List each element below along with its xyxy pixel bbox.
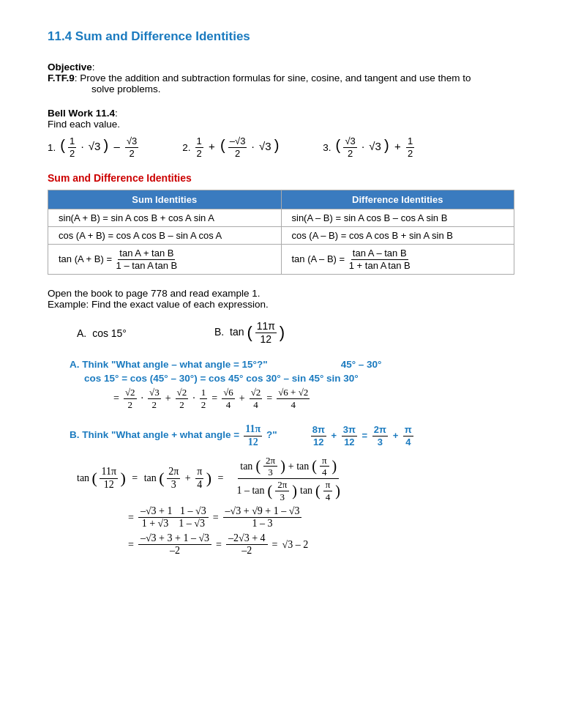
sol-b-question: ?"	[266, 429, 277, 440]
ftf-text: : Prove the addition and subtraction for…	[75, 73, 471, 83]
bellwork-problems: 1. ( 12 · √3 ) – √32 2. 12 + ( –√32 · √3	[48, 135, 514, 159]
frac-1-2-c: 12	[406, 135, 414, 159]
identities-section: Sum and Difference Identities Sum Identi…	[48, 172, 514, 275]
example-a: A. cos 15°	[77, 327, 127, 339]
page-title: 11.4 Sum and Difference Identities	[48, 29, 514, 44]
diff-tan-frac: tan A – tan B 1 + tan A tan B	[348, 248, 412, 271]
sol-b-angle-note: 8π12 + 3π12 = 2π3 + π4	[311, 424, 413, 447]
examples-row: A. cos 15° B. tan ( 11π 12 )	[77, 320, 514, 346]
frac-1-2-d: 12	[200, 387, 208, 410]
sol-a-header-row: A. Think "What angle – what angle = 15°?…	[70, 359, 514, 373]
diff-tan: tan (A – B) = tan A – tan B 1 + tan A ta…	[281, 245, 514, 275]
sum-cos: cos (A + B) = cos A cos B – sin A cos A	[48, 227, 282, 245]
sum-tan-frac: tan A + tan B 1 – tan A tan B	[115, 248, 179, 271]
sol-b-step4-frac: –√3 + 3 + 1 – √3 –2	[138, 532, 211, 557]
frac-sqrt3-2-d: √32	[148, 387, 161, 410]
sol-b-step2-frac: –√3 + 1 1 – √3 1 + √3 1 – √3	[138, 505, 209, 530]
sol-a-math: = √22 · √32 + √22 · 12 = √64 + √24 = √6 …	[113, 387, 514, 410]
ftf-code: F.TF.9	[48, 73, 75, 83]
open-book-line1: Open the book to page 778 and read examp…	[48, 288, 514, 299]
frac-1-2-b: 12	[195, 135, 203, 159]
bellwork-label: Bell Work 11.4	[48, 108, 115, 119]
sol-b-pi-4: π4	[403, 424, 413, 447]
sol-a-step1: cos 15° = cos (45° – 30°) = cos 45° cos …	[84, 373, 514, 384]
bellwork-section: Bell Work 11.4: Find each value. 1. ( 12…	[48, 108, 514, 159]
example-a-expr: cos 15°	[92, 327, 127, 339]
diff-sin: sin(A – B) = sin A cos B – cos A sin B	[281, 209, 514, 227]
problem-2: 2. 12 + ( –√32 · √3 )	[182, 135, 279, 159]
solution-a: A. Think "What angle – what angle = 15°?…	[70, 359, 514, 410]
tan-paren-open: (	[247, 324, 252, 342]
sol-b-den-frac1: 2π3	[275, 479, 289, 502]
identities-title: Sum and Difference Identities	[48, 172, 514, 184]
sol-b-step3: = –√3 + 3 + 1 – √3 –2 = –2√3 + 4 –2 = √3…	[128, 532, 514, 557]
table-row-tan: tan (A + B) = tan A + tan B 1 – tan A ta…	[48, 245, 514, 275]
objective-indent: solve problems.	[48, 83, 514, 94]
sol-b-8pi-12: 8π12	[311, 424, 326, 447]
problem-3-num: 3.	[323, 142, 331, 153]
problem-2-num: 2.	[182, 142, 190, 153]
diff-cos: cos (A – B) = cos A cos B + sin A sin B	[281, 227, 514, 245]
example-a-label: A.	[77, 327, 86, 339]
problem-3: 3. ( √32 · √3 ) + 12	[323, 135, 414, 159]
example-b-label: B.	[214, 326, 224, 338]
sum-sin: sin(A + B) = sin A cos B + cos A sin A	[48, 209, 282, 227]
frac-sqrt2-2-b: √22	[176, 387, 189, 410]
problem-1-expr: ( 12 · √3 ) – √32	[60, 135, 138, 159]
frac-sqrt3-2: √32	[125, 135, 138, 159]
open-book-line2: Example: Find the exact value of each ex…	[48, 299, 514, 310]
sol-b-final: √3 – 2	[282, 539, 308, 551]
frac-sqrt6-sqrt2-4: √6 + √24	[277, 387, 310, 410]
ftf-line: F.TF.9: Prove the addition and subtracti…	[48, 73, 514, 83]
open-book-section: Open the book to page 778 and read examp…	[48, 288, 514, 310]
example-b-expr: tan	[230, 326, 244, 338]
sol-b-step3-frac: –√3 + √9 + 1 – √3 1 – 3	[223, 505, 302, 530]
sol-b-tan-frac3: π4	[195, 466, 203, 491]
tan-paren-close: )	[280, 324, 285, 342]
identities-table: Sum Identities Difference Identities sin…	[48, 190, 514, 275]
frac-sqrt2-2: √22	[124, 387, 137, 410]
sol-b-num-frac1: 2π3	[263, 455, 277, 478]
sol-b-3pi-12: 3π12	[342, 424, 357, 447]
table-row-cos: cos (A + B) = cos A cos B – sin A cos A …	[48, 227, 514, 245]
objective-label: Objective:	[48, 62, 514, 73]
sol-b-tan-row: tan ( 11π12 ) = tan ( 2π3 + π4 ) = tan (…	[77, 455, 514, 502]
bellwork-label-line: Bell Work 11.4:	[48, 108, 514, 119]
sol-b-step2: = –√3 + 1 1 – √3 1 + √3 1 – √3 = –√3 + √…	[128, 505, 514, 530]
problem-2-expr: 12 + ( –√32 · √3 )	[195, 135, 280, 159]
frac-neg-sqrt3-2: –√32	[228, 135, 247, 159]
sol-b-header-text: B. Think "What angle + what angle =	[70, 429, 239, 440]
problem-1-num: 1.	[48, 142, 56, 153]
sol-b-tan-frac1: 11π12	[100, 466, 118, 491]
sol-b-header: B. Think "What angle + what angle = 11π1…	[70, 423, 514, 449]
example-b: B. tan ( 11π 12 )	[214, 320, 285, 346]
sol-b-step5-frac: –2√3 + 4 –2	[226, 532, 268, 557]
solution-b: B. Think "What angle + what angle = 11π1…	[70, 423, 514, 557]
sol-b-num-frac2: π4	[320, 455, 329, 478]
problem-3-expr: ( √32 · √3 ) + 12	[336, 135, 415, 159]
table-row-sin: sin(A + B) = sin A cos B + cos A sin A s…	[48, 209, 514, 227]
objective-bold: Objective	[48, 62, 92, 73]
sol-b-den-frac2: π4	[323, 479, 333, 502]
equals-sign-a: =	[113, 393, 119, 404]
sum-tan: tan (A + B) = tan A + tan B 1 – tan A ta…	[48, 245, 282, 275]
objective-section: Objective: F.TF.9: Prove the addition an…	[48, 62, 514, 94]
sol-a-header: A. Think "What angle – what angle = 15°?…	[70, 359, 268, 370]
frac-sqrt2-4: √24	[250, 387, 263, 410]
sol-b-tan-lhs: tan ( 11π12 ) = tan ( 2π3 + π4 ) =	[77, 466, 227, 491]
frac-sqrt3-2-c: √32	[343, 135, 356, 159]
frac-sqrt6-4: √64	[222, 387, 235, 410]
tan-frac-11pi-12: 11π 12	[255, 320, 277, 346]
diff-header: Difference Identities	[281, 190, 514, 209]
sol-b-tan-frac2: 2π3	[167, 466, 180, 491]
frac-1-2: 12	[68, 135, 76, 159]
sol-b-frac: 11π12	[244, 423, 262, 449]
sol-b-big-frac: tan ( 2π3 ) + tan ( π4 ) 1 – tan ( 2π3 )…	[234, 455, 342, 502]
sol-b-2pi-3: 2π3	[372, 424, 388, 447]
problem-1: 1. ( 12 · √3 ) – √32	[48, 135, 138, 159]
sol-a-angle-note: 45° – 30°	[341, 359, 382, 370]
sum-header: Sum Identities	[48, 190, 282, 209]
bellwork-find: Find each value.	[48, 119, 514, 130]
